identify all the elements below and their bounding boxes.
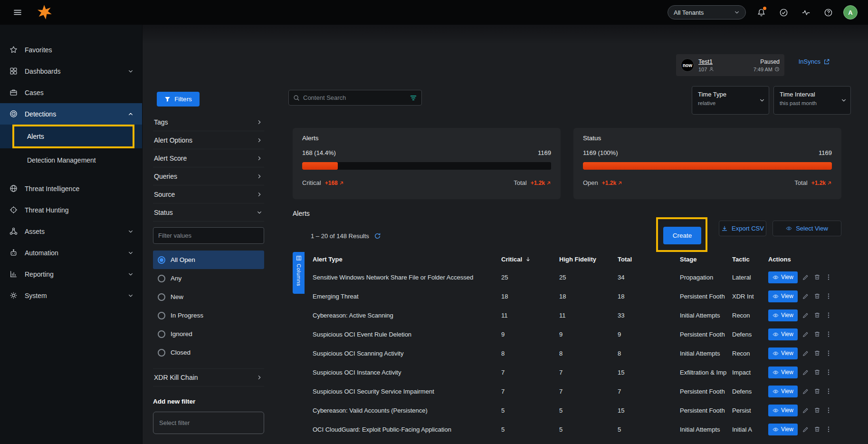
filters-button[interactable]: Filters — [157, 92, 200, 106]
notifications-button[interactable] — [754, 5, 768, 19]
delete-icon[interactable] — [814, 274, 820, 280]
row-menu-icon[interactable] — [825, 388, 832, 395]
row-menu-icon[interactable] — [825, 407, 832, 414]
table-row[interactable]: Suspicious OCI Event Rule Deletion999Per… — [293, 325, 841, 344]
edit-icon[interactable] — [802, 274, 809, 280]
view-button[interactable]: View — [768, 424, 798, 435]
column-header-critical[interactable]: Critical — [501, 256, 559, 263]
column-header-tactic[interactable]: Tactic — [732, 256, 768, 263]
sidebar-item-favorites[interactable]: Favorites — [0, 39, 142, 60]
row-menu-icon[interactable] — [825, 274, 832, 280]
sidebar-item-reporting[interactable]: Reporting — [0, 263, 142, 285]
sidebar-item-detection-management[interactable]: Detection Management — [0, 148, 142, 172]
query-filter-icon[interactable] — [410, 94, 417, 102]
table-row[interactable]: Suspicious OCI Scanning Activity888Initi… — [293, 344, 841, 363]
edit-icon[interactable] — [802, 369, 809, 376]
help-button[interactable] — [821, 5, 835, 19]
sidebar-item-cases[interactable]: Cases — [0, 82, 142, 103]
sidebar-item-assets[interactable]: Assets — [0, 221, 142, 242]
delete-icon[interactable] — [814, 312, 820, 319]
status-option-label: New — [171, 293, 183, 300]
view-button[interactable]: View — [768, 290, 798, 302]
table-row[interactable]: Suspicious OCI Security Service Impairme… — [293, 382, 841, 401]
tenant-chip[interactable]: now Test1 107 Paused 7:49 AM — [676, 54, 784, 76]
view-button[interactable]: View — [768, 386, 798, 397]
row-menu-icon[interactable] — [825, 426, 832, 433]
filter-section-queries[interactable]: Queries — [153, 167, 264, 185]
status-option-new[interactable]: New — [153, 288, 264, 306]
filter-section-alert-score[interactable]: Alert Score — [153, 149, 264, 167]
alerts-section-title: Alerts — [293, 210, 310, 217]
menu-icon[interactable] — [10, 5, 25, 19]
status-option-closed[interactable]: Closed — [153, 343, 264, 362]
row-menu-icon[interactable] — [825, 312, 832, 319]
search-input[interactable] — [303, 94, 406, 101]
status-option-ignored[interactable]: Ignored — [153, 325, 264, 343]
sidebar-item-dashboards[interactable]: Dashboards — [0, 60, 142, 82]
view-button[interactable]: View — [768, 309, 798, 321]
delete-icon[interactable] — [814, 350, 820, 357]
refresh-icon[interactable] — [374, 232, 381, 240]
table-row[interactable]: Suspicious OCI Instance Activity7715Exfi… — [293, 363, 841, 382]
row-menu-icon[interactable] — [825, 369, 832, 376]
status-option-any[interactable]: Any — [153, 269, 264, 288]
delete-icon[interactable] — [814, 293, 820, 299]
column-header-high-fidelity[interactable]: High Fidelity — [559, 256, 618, 263]
tenant-name-link[interactable]: Test1 — [698, 58, 714, 65]
edit-icon[interactable] — [802, 407, 809, 414]
view-button[interactable]: View — [768, 347, 798, 359]
sidebar-item-automation[interactable]: Automation — [0, 242, 142, 263]
delete-icon[interactable] — [814, 369, 820, 376]
view-button[interactable]: View — [768, 405, 798, 416]
insyncs-link[interactable]: InSyncs — [799, 58, 830, 65]
edit-icon[interactable] — [802, 350, 809, 357]
table-row[interactable]: Cybereason: Active Scanning111133Initial… — [293, 306, 841, 325]
view-button[interactable]: View — [768, 271, 798, 283]
delete-icon[interactable] — [814, 388, 820, 395]
table-row[interactable]: Emerging Threat181818Persistent FoothXDR… — [293, 287, 841, 306]
filter-section-status[interactable]: Status — [153, 203, 264, 222]
export-csv-button[interactable]: Export CSV — [719, 221, 766, 236]
sidebar-item-threat-intelligence[interactable]: Threat Intelligence — [0, 178, 142, 199]
sidebar-item-detections[interactable]: Detections — [0, 103, 142, 125]
filter-section-xdr-kill-chain[interactable]: XDR Kill Chain — [153, 368, 264, 386]
filter-section-alert-options[interactable]: Alert Options — [153, 131, 264, 149]
cell-tactic: Impact — [732, 369, 768, 376]
edit-icon[interactable] — [802, 331, 809, 338]
status-option-in-progress[interactable]: In Progress — [153, 306, 264, 325]
avatar[interactable]: A — [843, 5, 858, 19]
row-menu-icon[interactable] — [825, 293, 832, 299]
view-button[interactable]: View — [768, 328, 798, 340]
column-header-stage[interactable]: Stage — [680, 256, 732, 263]
create-button[interactable]: Create — [663, 227, 701, 244]
select-view-button[interactable]: Select View — [773, 221, 841, 236]
status-option-all-open[interactable]: All Open — [153, 251, 264, 269]
filter-section-source[interactable]: Source — [153, 185, 264, 203]
sidebar-item-alerts[interactable]: Alerts — [0, 125, 142, 148]
table-row[interactable]: Cybereason: Valid Accounts (Persistence)… — [293, 401, 841, 420]
delete-icon[interactable] — [814, 426, 820, 433]
columns-tab[interactable]: Columns — [293, 252, 305, 294]
column-header-alert-type[interactable]: Alert Type — [313, 256, 501, 263]
table-row[interactable]: OCI CloudGuard: Exploit Public-Facing Ap… — [293, 420, 841, 439]
edit-icon[interactable] — [802, 426, 809, 433]
view-button[interactable]: View — [768, 367, 798, 378]
edit-icon[interactable] — [802, 312, 809, 319]
table-row[interactable]: Sensitive Windows Network Share File or … — [293, 268, 841, 287]
tasks-button[interactable] — [776, 5, 791, 19]
edit-icon[interactable] — [802, 293, 809, 299]
sidebar-item-threat-hunting[interactable]: Threat Hunting — [0, 199, 142, 221]
edit-icon[interactable] — [802, 388, 809, 395]
column-header-total[interactable]: Total — [618, 256, 680, 263]
sidebar-item-system[interactable]: System — [0, 285, 142, 306]
row-menu-icon[interactable] — [825, 350, 832, 357]
filter-section-label: Alert Options — [154, 136, 192, 144]
filter-values-input[interactable] — [153, 227, 264, 244]
select-filter-input[interactable] — [153, 412, 264, 434]
delete-icon[interactable] — [814, 407, 820, 414]
delete-icon[interactable] — [814, 331, 820, 338]
activity-button[interactable] — [799, 5, 813, 19]
row-menu-icon[interactable] — [825, 331, 832, 338]
filter-section-tags[interactable]: Tags — [153, 113, 264, 131]
tenant-selector[interactable]: All Tenants — [668, 5, 746, 19]
